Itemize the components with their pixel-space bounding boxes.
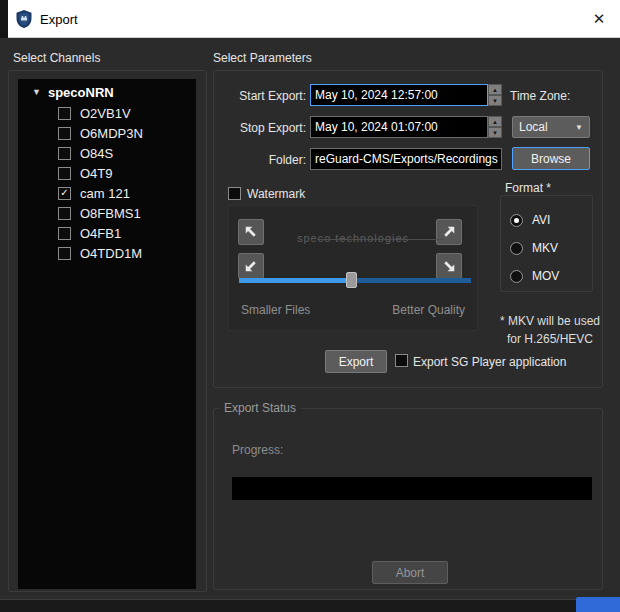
background-blue-button[interactable] — [576, 597, 620, 612]
folder-input[interactable]: reGuard-CMS/Exports/Recordings — [310, 148, 502, 170]
channel-label: O8FBMS1 — [80, 206, 141, 221]
start-export-input[interactable]: May 10, 2024 12:57:00 — [310, 84, 488, 106]
channel-label: O4FB1 — [80, 226, 121, 241]
watermark-label: Watermark — [247, 187, 305, 201]
format-heading: Format * — [505, 181, 551, 195]
sg-player-label: Export SG Player application — [413, 355, 566, 369]
spin-up-button[interactable]: ▲ — [488, 84, 502, 95]
channel-label: O4TDD1M — [80, 246, 142, 261]
channel-label: O2VB1V — [80, 106, 131, 121]
channel-row[interactable]: O4FB1 — [58, 223, 190, 243]
channel-row[interactable]: O4T9 — [58, 163, 190, 183]
start-export-spinner: ▲ ▼ — [488, 84, 502, 106]
channel-label: O6MDP3N — [80, 126, 143, 141]
progress-bar — [232, 477, 592, 500]
start-export-label: Start Export: — [218, 89, 306, 103]
title-bar — [8, 0, 620, 38]
mov-radio[interactable] — [510, 270, 523, 283]
quality-slider-handle[interactable] — [346, 272, 357, 288]
mkv-radio[interactable] — [510, 242, 523, 255]
sg-player-checkbox[interactable] — [395, 354, 408, 367]
screen: Export ✕ Select Channels Select Paramete… — [0, 0, 620, 612]
background-window-edge — [0, 0, 8, 38]
watermark-checkbox[interactable] — [228, 187, 241, 200]
channel-checkbox[interactable] — [58, 167, 71, 180]
tree-node-root[interactable]: ▼ specoNRN — [32, 83, 114, 101]
channel-row[interactable]: O8FBMS1 — [58, 203, 190, 223]
timezone-value: Local — [519, 120, 548, 134]
check-icon: ✓ — [60, 188, 68, 198]
channel-checkbox[interactable] — [58, 127, 71, 140]
window-title: Export — [40, 12, 78, 27]
channel-row[interactable]: O2VB1V — [58, 103, 190, 123]
spin-up-button[interactable]: ▲ — [488, 116, 502, 127]
export-status-heading: Export Status — [219, 401, 301, 415]
stop-export-spinner: ▲ ▼ — [488, 116, 502, 138]
channel-row[interactable]: O6MDP3N — [58, 123, 190, 143]
quality-slider-fill — [239, 278, 351, 283]
mkv-radio-label: MKV — [532, 241, 558, 255]
close-icon: ✕ — [593, 10, 606, 27]
export-button[interactable]: Export — [325, 350, 387, 373]
watermark-preview-panel: speco technologies Smaller Files Better … — [228, 205, 478, 331]
spin-up-icon: ▲ — [492, 87, 498, 93]
channel-checkbox[interactable] — [58, 227, 71, 240]
stop-export-input[interactable]: May 10, 2024 01:07:00 — [310, 116, 488, 138]
folder-label: Folder: — [218, 153, 306, 167]
time-zone-label: Time Zone: — [510, 89, 570, 103]
channel-label: O4T9 — [80, 166, 113, 181]
watermark-preview-text: speco technologies — [229, 232, 477, 244]
chevron-down-icon: ▼ — [575, 123, 583, 132]
format-groupbox: AVI MKV MOV — [500, 195, 593, 292]
app-shield-icon — [15, 9, 33, 29]
channel-checkbox-checked[interactable]: ✓ — [58, 187, 71, 200]
channel-checkbox[interactable] — [58, 107, 71, 120]
tree-root-label: specoNRN — [48, 85, 114, 100]
spin-down-icon: ▼ — [492, 98, 498, 104]
format-note-line2: for H.265/HEVC — [498, 332, 602, 346]
smaller-files-label: Smaller Files — [241, 303, 310, 317]
channel-label: O84S — [80, 146, 113, 161]
channel-label: cam 121 — [80, 186, 130, 201]
channel-row[interactable]: O84S — [58, 143, 190, 163]
avi-radio-label: AVI — [532, 213, 550, 227]
select-parameters-heading: Select Parameters — [213, 51, 312, 65]
arrow-down-right-icon — [442, 259, 456, 273]
watermark-position-bottom-left-button[interactable] — [238, 253, 264, 279]
abort-button[interactable]: Abort — [372, 561, 448, 584]
progress-label: Progress: — [232, 443, 283, 457]
tree-expander-icon[interactable]: ▼ — [32, 87, 41, 97]
format-note-line1: * MKV will be used — [498, 314, 602, 328]
spin-down-icon: ▼ — [492, 130, 498, 136]
select-channels-heading: Select Channels — [13, 51, 100, 65]
close-button[interactable]: ✕ — [584, 6, 614, 32]
spin-down-button[interactable]: ▼ — [488, 127, 502, 138]
timezone-select[interactable]: Local ▼ — [512, 116, 590, 138]
better-quality-label: Better Quality — [392, 303, 465, 317]
mov-radio-label: MOV — [532, 269, 559, 283]
channel-checkbox[interactable] — [58, 247, 71, 260]
format-option-mov[interactable]: MOV — [510, 269, 559, 283]
spin-down-button[interactable]: ▼ — [488, 95, 502, 106]
format-option-mkv[interactable]: MKV — [510, 241, 558, 255]
channel-checkbox[interactable] — [58, 147, 71, 160]
browse-button[interactable]: Browse — [512, 147, 590, 170]
format-option-avi[interactable]: AVI — [510, 213, 550, 227]
spin-up-icon: ▲ — [492, 119, 498, 125]
arrow-down-left-icon — [244, 259, 258, 273]
stop-export-label: Stop Export: — [218, 121, 306, 135]
watermark-swoosh — [317, 239, 445, 240]
watermark-position-bottom-right-button[interactable] — [436, 253, 462, 279]
avi-radio[interactable] — [510, 214, 523, 227]
channel-row[interactable]: ✓ cam 121 — [58, 183, 190, 203]
channel-row[interactable]: O4TDD1M — [58, 243, 190, 263]
channel-checkbox[interactable] — [58, 207, 71, 220]
